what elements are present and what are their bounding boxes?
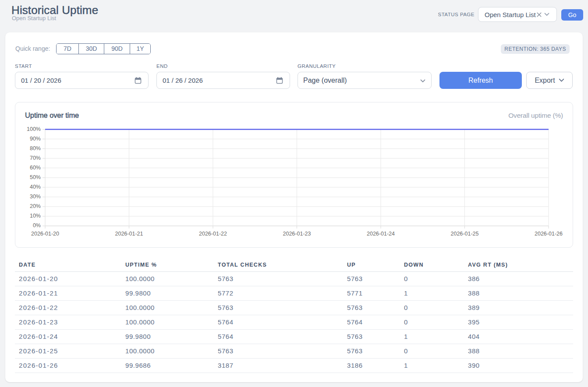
svg-text:90%: 90% [30,136,41,142]
svg-text:2026-01-23: 2026-01-23 [283,231,311,237]
svg-text:40%: 40% [30,184,41,190]
svg-text:2026-01-21: 2026-01-21 [115,231,143,237]
svg-text:2026-01-24: 2026-01-24 [367,231,395,237]
svg-text:20%: 20% [30,203,41,209]
svg-text:100%: 100% [27,126,41,132]
svg-text:30%: 30% [30,194,41,200]
svg-text:2026-01-22: 2026-01-22 [199,231,227,237]
svg-text:10%: 10% [30,213,41,219]
svg-text:2026-01-20: 2026-01-20 [31,231,59,237]
svg-text:80%: 80% [30,145,41,151]
svg-text:70%: 70% [30,155,41,161]
svg-text:2026-01-26: 2026-01-26 [535,231,563,237]
svg-text:2026-01-25: 2026-01-25 [451,231,479,237]
svg-text:60%: 60% [30,165,41,171]
svg-text:50%: 50% [30,174,41,180]
svg-text:0%: 0% [33,222,41,229]
